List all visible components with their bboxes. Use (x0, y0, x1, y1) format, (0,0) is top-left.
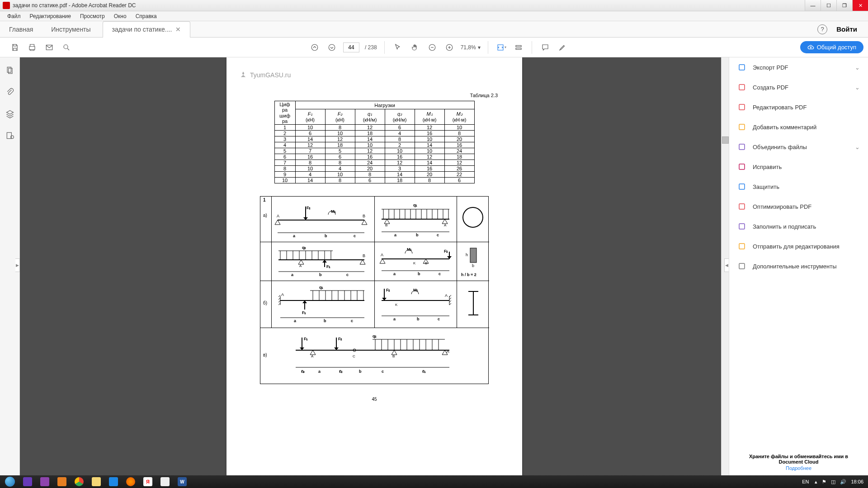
tool-panel-item[interactable]: Дополнительные инструменты (729, 256, 868, 276)
tray-clock[interactable]: 18:06 (851, 479, 863, 484)
task-item-2[interactable] (36, 476, 53, 488)
table-row: 314121481020 (274, 136, 474, 142)
comment-icon[interactable] (539, 42, 551, 53)
pointer-icon[interactable] (392, 42, 404, 53)
tab-close-icon[interactable]: ✕ (175, 26, 181, 33)
svg-text:F₂: F₂ (307, 206, 311, 210)
figure-variant-number: 1 (263, 197, 266, 202)
chevron-down-icon: ⌄ (855, 84, 860, 91)
svg-line-85 (278, 303, 280, 305)
start-button[interactable] (1, 476, 19, 488)
thumbnails-icon[interactable] (4, 65, 16, 76)
right-collapse-toggle[interactable]: ◀ (724, 258, 729, 272)
table-row: 11081261210 (274, 125, 474, 131)
mail-icon[interactable] (43, 42, 55, 53)
page-up-icon[interactable] (309, 42, 321, 53)
table-col-header: q₂(кН/м) (385, 109, 415, 125)
menu-help[interactable]: Справка (131, 12, 161, 20)
svg-text:a: a (294, 319, 297, 323)
tab-document[interactable]: задачи по статике.... ✕ (103, 21, 191, 38)
highlight-icon[interactable] (557, 42, 568, 53)
zoom-in-icon[interactable] (443, 42, 455, 53)
svg-rect-158 (739, 263, 745, 269)
page-number: 45 (372, 397, 377, 402)
menu-edit[interactable]: Редактирование (25, 12, 75, 20)
maximize2-button[interactable]: ❐ (836, 0, 852, 11)
menu-file[interactable]: Файл (3, 12, 25, 20)
tab-home[interactable]: Главная (0, 22, 42, 37)
tool-panel-item[interactable]: Экспорт PDF⌄ (729, 57, 868, 77)
task-item-explorer[interactable] (88, 476, 105, 488)
fit-width-icon[interactable]: ▾ (495, 42, 507, 53)
svg-text:ℓ₁: ℓ₁ (422, 369, 426, 374)
layers-icon[interactable] (4, 108, 16, 120)
beam-a2: q₁ BA abc (377, 201, 455, 239)
search-icon[interactable] (61, 42, 72, 53)
tool-item-label: Редактировать PDF (753, 104, 807, 111)
page-total: / 238 (365, 44, 377, 51)
windows-orb-icon (5, 477, 15, 487)
task-item-5[interactable] (105, 476, 122, 488)
help-icon[interactable]: ? (817, 24, 827, 34)
tool-panel-item[interactable]: Заполнить и подписать (729, 216, 868, 236)
promo-link[interactable]: Подробнее (738, 465, 859, 471)
menu-view[interactable]: Просмотр (75, 12, 109, 20)
scroll-mode-icon[interactable] (513, 42, 524, 53)
minimize-button[interactable]: — (805, 0, 821, 11)
page-watermark: TyumGASU.ru (239, 71, 291, 79)
page-down-icon[interactable] (326, 42, 338, 53)
task-item-8[interactable] (156, 476, 174, 488)
table-col-header: q₁(кН/м) (355, 109, 385, 125)
login-button[interactable]: Войти (836, 25, 857, 33)
close-button[interactable]: ✕ (852, 0, 868, 11)
tray-flag-icon[interactable]: ⚑ (822, 479, 826, 485)
tool-panel-item[interactable]: Создать PDF⌄ (729, 77, 868, 97)
svg-text:A: A (445, 293, 448, 298)
share-button[interactable]: Общий доступ (800, 41, 863, 53)
tool-panel-item[interactable]: Исправить (729, 157, 868, 177)
svg-text:c: c (438, 317, 440, 321)
svg-rect-0 (46, 45, 52, 50)
menu-window[interactable]: Окно (109, 12, 131, 20)
zoom-select[interactable]: 71,8%▾ (461, 44, 481, 51)
task-item-word[interactable]: W (174, 476, 191, 488)
language-indicator[interactable]: EN (801, 479, 810, 485)
tool-panel-item[interactable]: Защитить (729, 177, 868, 197)
system-tray: EN ▴ ⚑ ◫ 🔊 18:06 (801, 479, 867, 485)
tool-panel-item[interactable]: Добавить комментарий (729, 117, 868, 137)
svg-text:b: b (359, 369, 362, 374)
tab-tools[interactable]: Инструменты (42, 22, 99, 37)
hand-icon[interactable] (409, 42, 421, 53)
tool-panel-item[interactable]: Оптимизировать PDF (729, 197, 868, 216)
left-expand-toggle[interactable]: ▶ (15, 258, 20, 272)
tool-panel-item[interactable]: Отправить для редактирования (729, 236, 868, 256)
maximize-button[interactable]: ☐ (821, 0, 836, 11)
tool-panel-item[interactable]: Объединить файлы⌄ (729, 137, 868, 157)
svg-text:c: c (354, 234, 356, 238)
tool-panel-item[interactable]: Редактировать PDF (729, 97, 868, 117)
print-icon[interactable] (26, 42, 38, 53)
tool-item-icon (737, 182, 746, 191)
table-col-header: M₁(кН·м) (415, 109, 444, 125)
task-item-yandex[interactable]: Я (139, 476, 156, 488)
tool-item-icon (737, 83, 746, 92)
scroll-thumb[interactable] (722, 136, 729, 144)
tray-volume-icon[interactable]: 🔊 (840, 479, 846, 485)
tray-arrow-icon[interactable]: ▴ (815, 479, 817, 485)
document-viewport[interactable]: TyumGASU.ru Таблица 2.3 Циф ра шиф ра На… (20, 57, 729, 476)
attachments-icon[interactable] (4, 86, 16, 98)
task-item-3[interactable] (53, 476, 71, 488)
svg-rect-148 (739, 65, 745, 70)
zoom-out-icon[interactable] (426, 42, 438, 53)
bookmarks-icon[interactable] (4, 130, 16, 141)
task-item-firefox[interactable] (122, 476, 139, 488)
tray-network-icon[interactable]: ◫ (831, 479, 835, 485)
svg-text:h: h (466, 253, 468, 257)
svg-text:F₁: F₁ (304, 337, 308, 341)
table-caption: Таблица 2.3 (470, 93, 498, 98)
save-icon[interactable] (9, 42, 21, 53)
task-item-chrome[interactable] (71, 476, 88, 488)
svg-line-83 (278, 298, 280, 300)
page-input[interactable] (343, 42, 359, 52)
task-item-1[interactable] (19, 476, 36, 488)
